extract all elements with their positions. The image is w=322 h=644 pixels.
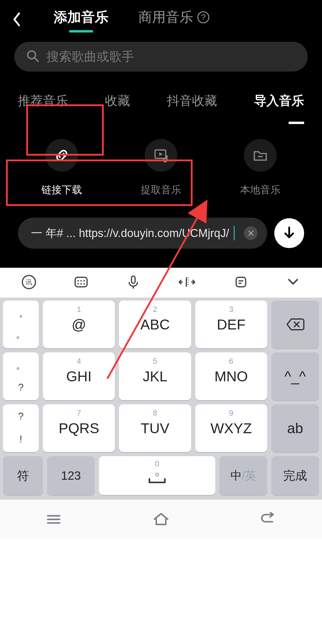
search-icon — [26, 49, 39, 64]
key-4-ghi[interactable]: 4GHI — [43, 352, 115, 400]
svg-rect-10 — [75, 277, 87, 287]
back-button[interactable] — [0, 12, 33, 27]
keyboard-toolbar: 讯 — [0, 268, 322, 298]
collapse-keyboard-icon[interactable] — [285, 274, 301, 291]
tab-favorites[interactable]: 收藏 — [105, 92, 130, 109]
link-icon — [53, 147, 70, 164]
text-cursor — [234, 226, 235, 240]
svg-point-14 — [77, 283, 79, 285]
svg-point-26 — [156, 473, 159, 476]
option-label: 提取音乐 — [141, 183, 181, 197]
ime-logo-icon[interactable]: 讯 — [21, 274, 37, 291]
space-num: 0 — [155, 459, 159, 468]
key-punct-3[interactable]: ?! — [3, 404, 39, 452]
cursor-move-icon[interactable] — [177, 274, 196, 291]
tab-import-music[interactable]: 导入音乐 — [254, 92, 304, 109]
key-done[interactable]: 完成 — [271, 456, 319, 495]
url-value: 一 年# ... https://v.douyin.com/UCMjrqJ/ — [31, 226, 229, 241]
url-row: 一 年# ... https://v.douyin.com/UCMjrqJ/ ✕ — [18, 218, 304, 249]
folder-icon — [252, 147, 269, 164]
tab-recommended[interactable]: 推荐音乐 — [18, 92, 68, 109]
nav-back-icon[interactable] — [259, 512, 277, 527]
tab-add-music[interactable]: 添加音乐 — [54, 8, 109, 31]
key-3-def[interactable]: 3DEF — [195, 301, 267, 348]
svg-point-13 — [83, 280, 85, 282]
option-local-music[interactable]: 本地音乐 — [240, 139, 281, 197]
key-9-wxyz[interactable]: 9WXYZ — [195, 404, 267, 452]
key-2-abc[interactable]: 2ABC — [119, 301, 191, 348]
nav-menu-icon[interactable] — [45, 512, 63, 527]
key-6-mno[interactable]: 6MNO — [195, 352, 267, 400]
tab-label: 商用音乐 — [138, 8, 193, 27]
key-punct-1[interactable]: ，。 — [3, 301, 39, 348]
svg-rect-17 — [131, 276, 135, 283]
key-symbols[interactable]: 符 — [3, 456, 43, 495]
keyboard-icon[interactable] — [73, 274, 89, 291]
system-navbar — [0, 500, 322, 539]
key-1-at[interactable]: 1@ — [43, 301, 115, 348]
svg-point-11 — [77, 280, 79, 282]
import-options: 链接下载 提取音乐 本地音乐 — [0, 139, 322, 197]
key-language[interactable]: 中/英 — [219, 456, 267, 495]
key-7-pqrs[interactable]: 7PQRS — [43, 404, 115, 452]
key-numeric[interactable]: 123 — [47, 456, 95, 495]
app-dark-area: 添加音乐 商用音乐 ? 搜索歌曲或歌手 推荐音乐 收藏 抖音收藏 导入音乐 链接… — [0, 0, 322, 268]
clipboard-icon[interactable] — [233, 274, 249, 291]
key-punct-2[interactable]: 。? — [3, 352, 39, 400]
video-music-icon — [153, 147, 169, 164]
key-mode-ab[interactable]: ab — [271, 404, 319, 452]
space-icon — [145, 472, 169, 485]
mic-icon[interactable] — [126, 274, 141, 291]
key-space[interactable]: 0 — [99, 456, 215, 495]
keyboard-keys: ，。 1@ 2ABC 3DEF 。? 4GHI 5JKL 6MNO ^_^ ?!… — [0, 298, 322, 500]
svg-point-12 — [80, 280, 82, 282]
url-input[interactable]: 一 年# ... https://v.douyin.com/UCMjrqJ/ ✕ — [18, 218, 267, 249]
nav-home-icon[interactable] — [152, 511, 170, 527]
tab-commercial-music[interactable]: 商用音乐 ? — [138, 8, 209, 31]
svg-line-1 — [35, 58, 38, 61]
option-label: 链接下载 — [41, 183, 82, 197]
key-5-jkl[interactable]: 5JKL — [119, 352, 191, 400]
option-extract-music[interactable]: 提取音乐 — [141, 139, 181, 197]
svg-point-15 — [80, 283, 82, 285]
svg-point-16 — [83, 283, 85, 285]
svg-rect-21 — [236, 277, 246, 287]
download-button[interactable] — [274, 218, 304, 248]
search-input[interactable]: 搜索歌曲或歌手 — [14, 42, 308, 72]
tab-label: 添加音乐 — [54, 8, 109, 27]
keyboard: 讯 ，。 1@ 2ABC 3DEF 。? 4GHI 5JKL 6MNO ^_^ … — [0, 268, 322, 539]
help-icon[interactable]: ? — [197, 11, 209, 23]
tab-douyin-favorites[interactable]: 抖音收藏 — [167, 92, 217, 109]
svg-text:讯: 讯 — [26, 278, 32, 286]
backspace-icon — [286, 318, 304, 331]
music-source-tabs: 推荐音乐 收藏 抖音收藏 导入音乐 — [0, 92, 322, 109]
key-backspace[interactable] — [271, 301, 319, 348]
key-8-tuv[interactable]: 8TUV — [119, 404, 191, 452]
download-icon — [282, 226, 297, 241]
clear-button[interactable]: ✕ — [244, 226, 258, 240]
option-label: 本地音乐 — [240, 183, 281, 197]
option-link-download[interactable]: 链接下载 — [41, 139, 82, 197]
header: 添加音乐 商用音乐 ? — [0, 0, 322, 39]
key-emoji[interactable]: ^_^ — [271, 352, 319, 400]
search-placeholder: 搜索歌曲或歌手 — [47, 48, 134, 65]
